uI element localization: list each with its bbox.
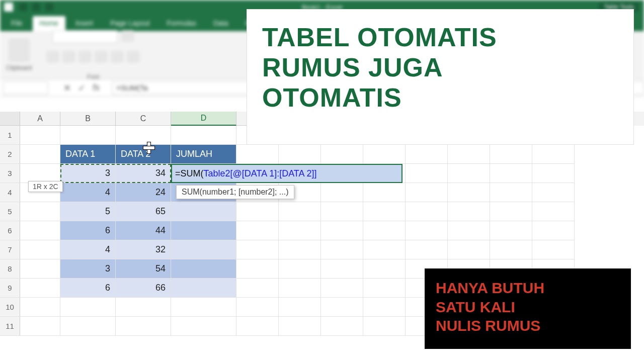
italic-button[interactable] [63,51,75,62]
cell-C5[interactable]: 65 [116,202,171,221]
cell-G4[interactable] [321,183,363,202]
cell-G10[interactable] [321,298,363,317]
cell-H5[interactable] [363,202,406,221]
cell-K3[interactable] [490,164,532,183]
cell-A1[interactable] [20,126,60,145]
col-B[interactable]: B [60,112,116,126]
border-button[interactable] [95,51,107,62]
cell-E2[interactable] [236,145,279,164]
cell-D6[interactable] [171,221,236,240]
save-icon[interactable] [19,3,27,11]
cell-I6[interactable] [406,221,448,240]
cell-C3[interactable]: 34 [116,164,171,183]
col-C[interactable]: C [116,112,171,126]
cell-D7[interactable] [171,240,236,259]
cell-D9[interactable] [171,279,236,298]
col-D[interactable]: D [171,112,236,126]
font-name-select[interactable] [52,30,118,43]
cell-K6[interactable] [490,221,532,240]
cell-F9[interactable] [279,279,321,298]
font-size-select[interactable] [122,30,134,41]
cell-C7[interactable]: 32 [116,240,171,259]
cell-F5[interactable] [279,202,321,221]
cell-H9[interactable] [363,279,406,298]
cancel-formula-icon[interactable]: ✕ [63,82,71,94]
underline-button[interactable] [79,51,91,62]
cell-D1[interactable] [171,126,236,145]
cell-A7[interactable] [20,240,60,259]
ribbon-group-clipboard[interactable]: Clipboard [6,39,32,71]
row-9[interactable]: 9 [0,279,20,298]
tab-data[interactable]: Data [206,16,235,31]
cell-B4[interactable]: 4 [60,183,116,202]
cell-L7[interactable] [532,240,575,259]
cell-B11[interactable] [60,317,116,336]
row-11[interactable]: 11 [0,317,20,336]
cell-F11[interactable] [279,317,321,336]
cell-E9[interactable] [236,279,279,298]
cell-H2[interactable] [363,145,406,164]
cell-D8[interactable] [171,259,236,279]
tab-formulas[interactable]: Formulas [160,16,203,31]
cell-B7[interactable]: 4 [60,240,116,259]
cell-A3[interactable] [20,164,60,183]
cell-K5[interactable] [490,202,532,221]
cell-B10[interactable] [60,298,116,317]
cell-G8[interactable] [321,259,363,279]
cell-E11[interactable] [236,317,279,336]
paste-button[interactable] [9,39,29,61]
tab-page-layout[interactable]: Page Layout [103,16,157,31]
cell-I7[interactable] [406,240,448,259]
cell-B1[interactable] [60,126,116,145]
cell-A2[interactable] [20,145,60,164]
cell-F7[interactable] [279,240,321,259]
cell-C10[interactable] [116,298,171,317]
cell-K7[interactable] [490,240,532,259]
cell-C11[interactable] [116,317,171,336]
font-color-button[interactable] [127,51,139,62]
cell-C8[interactable]: 54 [116,259,171,279]
cell-G5[interactable] [321,202,363,221]
table-header-data1[interactable]: DATA 1 [60,145,116,164]
cell-I3[interactable] [406,164,448,183]
row-3[interactable]: 3 [0,164,20,183]
cell-D10[interactable] [171,298,236,317]
cell-A10[interactable] [20,298,60,317]
row-10[interactable]: 10 [0,298,20,317]
table-header-jumlah[interactable]: JUMLAH [171,145,236,164]
cell-H8[interactable] [363,259,406,279]
cell-L6[interactable] [532,221,575,240]
cell-G6[interactable] [321,221,363,240]
row-2[interactable]: 2 [0,145,20,164]
active-cell-formula[interactable]: =SUM(Table2[@[DATA 1]:[DATA 2]] [171,164,403,183]
cell-F2[interactable] [279,145,321,164]
cell-B5[interactable]: 5 [60,202,116,221]
cell-A9[interactable] [20,279,60,298]
cell-J3[interactable] [448,164,490,183]
redo-icon[interactable] [45,3,53,11]
cell-I2[interactable] [406,145,448,164]
cell-G9[interactable] [321,279,363,298]
cell-B8[interactable]: 3 [60,259,116,279]
tab-home[interactable]: Home [33,16,65,31]
ribbon-group-font[interactable]: Font [47,30,139,80]
cell-J2[interactable] [448,145,490,164]
cell-C6[interactable]: 44 [116,221,171,240]
cell-E10[interactable] [236,298,279,317]
cell-A8[interactable] [20,259,60,279]
cell-J7[interactable] [448,240,490,259]
quick-access-toolbar[interactable] [19,3,53,11]
cell-C1[interactable] [116,126,171,145]
cell-L5[interactable] [532,202,575,221]
row-6[interactable]: 6 [0,221,20,240]
cell-K2[interactable] [490,145,532,164]
cell-I4[interactable] [406,183,448,202]
row-1[interactable]: 1 [0,126,20,145]
cell-J4[interactable] [448,183,490,202]
table-header-data2[interactable]: DATA 2 [116,145,171,164]
cell-A11[interactable] [20,317,60,336]
cell-E8[interactable] [236,259,279,279]
row-8[interactable]: 8 [0,259,20,279]
select-all-corner[interactable] [0,112,20,126]
tab-insert[interactable]: Insert [68,16,100,31]
